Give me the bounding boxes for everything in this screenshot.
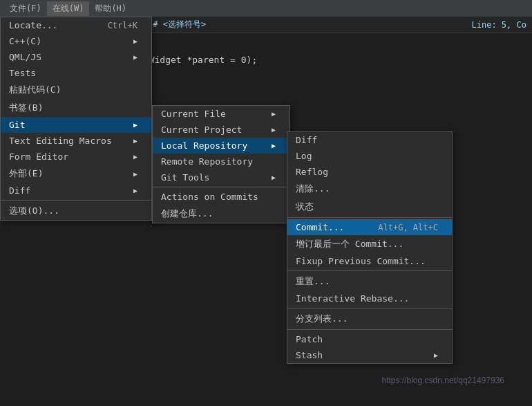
menu-item-paste-code[interactable]: 粘贴代码(C) bbox=[1, 81, 151, 99]
menu-item-status[interactable]: 状态 bbox=[287, 198, 452, 216]
menu-item-patch[interactable]: Patch bbox=[287, 331, 452, 347]
menu-item-amend-commit[interactable]: 增订最后一个 Commit... bbox=[287, 235, 452, 253]
menu-online[interactable]: 在线(W) bbox=[47, 1, 90, 16]
menu-separator-3 bbox=[287, 217, 452, 218]
menu-item-commit[interactable]: Commit... Alt+G, Alt+C bbox=[287, 219, 452, 235]
symbol-selector[interactable]: # <选择符号> bbox=[153, 19, 206, 30]
watermark: https://blog.csdn.net/qq21497936 bbox=[382, 376, 504, 385]
menu-item-fixup-commit[interactable]: Fixup Previous Commit... bbox=[287, 253, 452, 269]
menu-item-diff-local[interactable]: Diff bbox=[287, 132, 452, 148]
menu-separator-1 bbox=[1, 200, 151, 201]
menu-local-repo[interactable]: Diff Log Reflog 清除... 状态 Commit... Alt+G… bbox=[287, 131, 453, 364]
menu-item-external[interactable]: 外部(E) ▶ bbox=[1, 165, 151, 183]
menu-separator-6 bbox=[287, 329, 452, 330]
menu-item-form-editor[interactable]: Form Editor ▶ bbox=[1, 149, 151, 165]
menu-item-text-editing-macros[interactable]: Text Editing Macros ▶ bbox=[1, 133, 151, 149]
menu-item-local-repository[interactable]: Local Repository ▶ bbox=[153, 138, 289, 154]
menu-item-bookmarks[interactable]: 书签(B) bbox=[1, 99, 151, 117]
symbol-bar: # # <选择符号> Line: 5, Co bbox=[138, 17, 532, 33]
menu-item-reflog[interactable]: Reflog bbox=[287, 164, 452, 180]
menu-git[interactable]: Current File ▶ Current Project ▶ Local R… bbox=[152, 105, 290, 223]
menu-separator-4 bbox=[287, 270, 452, 271]
menu-item-options[interactable]: 选项(O)... bbox=[1, 202, 151, 220]
menu-item-clean[interactable]: 清除... bbox=[287, 180, 452, 198]
menu-file[interactable]: 文件(F) bbox=[4, 1, 47, 16]
menu-item-git[interactable]: Git ▶ bbox=[1, 117, 151, 133]
menu-item-log[interactable]: Log bbox=[287, 148, 452, 164]
menu-item-git-tools[interactable]: Git Tools ▶ bbox=[153, 169, 289, 185]
menu-item-create-repo[interactable]: 创建仓库... bbox=[153, 205, 289, 223]
menu-item-diff[interactable]: Diff ▶ bbox=[1, 183, 151, 199]
top-menubar[interactable]: 文件(F) 在线(W) 帮助(H) bbox=[0, 0, 532, 17]
menu-item-stash[interactable]: Stash ▶ bbox=[287, 347, 452, 363]
menu-item-current-project[interactable]: Current Project ▶ bbox=[153, 122, 289, 138]
menu-item-interactive-rebase[interactable]: Interactive Rebase... bbox=[287, 290, 452, 306]
menu-separator-2 bbox=[153, 187, 289, 187]
menu-item-tests[interactable]: Tests bbox=[1, 65, 151, 81]
line-info: Line: 5, Co bbox=[472, 20, 526, 30]
menu-item-qml[interactable]: QML/JS ▶ bbox=[1, 49, 151, 65]
menu-item-reset[interactable]: 重置... bbox=[287, 273, 452, 290]
menu-help[interactable]: 帮助(H) bbox=[89, 1, 132, 16]
menu-item-actions-on-commits[interactable]: Actions on Commits bbox=[153, 189, 289, 205]
menu-item-branch-list[interactable]: 分支列表... bbox=[287, 310, 452, 328]
menu-item-current-file[interactable]: Current File ▶ bbox=[153, 106, 289, 122]
menu-item-remote-repository[interactable]: Remote Repository bbox=[153, 154, 289, 169]
menu-tools[interactable]: Locate... Ctrl+K C++(C) ▶ QML/JS ▶ Tests… bbox=[0, 17, 152, 221]
menu-item-locate[interactable]: Locate... Ctrl+K bbox=[1, 17, 151, 33]
menu-separator-5 bbox=[287, 308, 452, 308]
menu-item-cpp[interactable]: C++(C) ▶ bbox=[1, 33, 151, 49]
